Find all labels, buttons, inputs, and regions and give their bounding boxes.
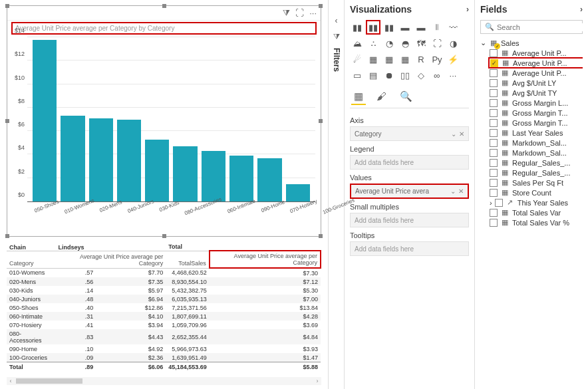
- remove-icon[interactable]: ✕: [458, 188, 464, 195]
- field-item[interactable]: ▦Last Year Sales: [490, 128, 583, 138]
- field-item[interactable]: ▦Avg $/Unit TY: [490, 88, 583, 98]
- table-node-sales[interactable]: ⌄ ▦ Sales: [480, 38, 583, 48]
- field-item[interactable]: ▦Markdown_Sal...: [490, 148, 583, 158]
- filters-pane-collapsed[interactable]: ‹ ⧩ Filters: [329, 0, 345, 389]
- field-checkbox[interactable]: [490, 129, 498, 137]
- tooltips-well[interactable]: Add data fields here: [350, 241, 469, 256]
- col-category[interactable]: Category: [7, 251, 56, 268]
- resize-handle[interactable]: [319, 4, 323, 8]
- col-aup-lindseys[interactable]: Average Unit Price average per Category: [56, 251, 166, 268]
- viz-type-icon[interactable]: ▦: [398, 52, 412, 66]
- field-item[interactable]: ▦Store Count: [490, 188, 583, 197]
- viz-type-icon[interactable]: ▦: [382, 52, 396, 66]
- viz-type-icon[interactable]: ▬: [398, 20, 412, 35]
- field-item[interactable]: ▦Average Unit P...: [490, 68, 583, 78]
- bar[interactable]: [61, 116, 84, 201]
- field-item[interactable]: ▦Avg $/Unit LY: [490, 78, 583, 88]
- resize-handle[interactable]: [162, 234, 166, 238]
- viz-type-icon[interactable]: ∞: [430, 68, 444, 82]
- bar[interactable]: [229, 156, 253, 201]
- field-checkbox[interactable]: [490, 209, 498, 217]
- bar[interactable]: [202, 151, 225, 201]
- scroll-thumb[interactable]: [16, 378, 82, 384]
- field-item[interactable]: ✓▦Average Unit P...: [488, 57, 583, 68]
- horizontal-scrollbar[interactable]: ‹ ›: [7, 377, 321, 385]
- viz-type-icon[interactable]: ▤: [366, 68, 380, 82]
- viz-type-icon[interactable]: Py: [430, 52, 444, 66]
- resize-handle[interactable]: [162, 4, 166, 8]
- viz-type-icon[interactable]: ⛰: [350, 36, 365, 51]
- small-multiples-well[interactable]: Add data fields here: [350, 213, 469, 227]
- viz-type-icon[interactable]: ⫴: [430, 20, 444, 35]
- table-row[interactable]: 070-Hosiery.41$3.941,059,709.96$3.69: [7, 321, 321, 329]
- bar[interactable]: [145, 140, 169, 202]
- viz-type-icon[interactable]: ◔: [382, 36, 396, 51]
- field-item[interactable]: ▦Gross Margin T...: [490, 118, 583, 128]
- field-checkbox[interactable]: [490, 179, 498, 187]
- viz-type-icon[interactable]: ☄: [350, 52, 365, 66]
- chevron-down-icon[interactable]: ⌄: [451, 130, 456, 138]
- field-checkbox[interactable]: [490, 49, 498, 57]
- table-row[interactable]: 050-Shoes.40$12.867,215,371.56$13.84: [7, 303, 321, 312]
- values-well[interactable]: Average Unit Price avera ⌄✕: [350, 184, 469, 199]
- bar[interactable]: [286, 184, 310, 201]
- field-item[interactable]: ▦Gross Margin T...: [490, 108, 583, 118]
- viz-type-icon[interactable]: R: [414, 52, 428, 66]
- field-checkbox[interactable]: [490, 99, 498, 107]
- field-checkbox[interactable]: [490, 159, 498, 167]
- legend-well[interactable]: Add data fields here: [350, 155, 469, 170]
- bar[interactable]: [33, 40, 57, 201]
- viz-type-icon[interactable]: ▮▮: [366, 20, 380, 35]
- resize-handle[interactable]: [319, 234, 323, 238]
- field-checkbox[interactable]: ✓: [490, 59, 498, 67]
- viz-type-icon[interactable]: ⛶: [430, 36, 444, 51]
- viz-type-icon[interactable]: ◓: [398, 36, 412, 51]
- field-checkbox[interactable]: [490, 169, 498, 177]
- col-aup-total[interactable]: Average Unit Price average per Category: [210, 251, 321, 268]
- table-row[interactable]: 030-Kids.14$5.975,432,382.75$5.30: [7, 286, 321, 295]
- remove-icon[interactable]: ✕: [459, 130, 464, 138]
- bar[interactable]: [117, 120, 141, 202]
- field-checkbox[interactable]: [490, 69, 498, 77]
- field-checkbox[interactable]: [490, 219, 498, 227]
- table-row[interactable]: 060-Intimate.31$4.101,807,699.11$4.28: [7, 312, 321, 321]
- viz-type-icon[interactable]: 🗺: [414, 36, 428, 51]
- analytics-tab-icon[interactable]: 🔍: [397, 89, 415, 105]
- viz-type-icon[interactable]: ▯▯: [398, 68, 412, 82]
- table-row[interactable]: 080-Accessories.83$4.432,652,355.44$4.84: [7, 329, 321, 344]
- table-row[interactable]: 090-Home.10$4.925,966,973.63$3.93: [7, 344, 321, 353]
- viz-type-icon[interactable]: ▮▮: [350, 20, 365, 35]
- collapse-fields-icon[interactable]: ›: [580, 5, 583, 14]
- bar[interactable]: [89, 118, 113, 201]
- field-item[interactable]: ▦Average Unit P...: [490, 48, 583, 58]
- collapse-viz-icon[interactable]: ›: [466, 5, 469, 14]
- resize-handle[interactable]: [5, 234, 9, 238]
- filter-icon[interactable]: ⧩: [283, 8, 290, 19]
- viz-type-icon[interactable]: ◑: [446, 36, 460, 51]
- field-checkbox[interactable]: [490, 189, 498, 197]
- bar[interactable]: [257, 158, 281, 201]
- field-checkbox[interactable]: [495, 199, 503, 207]
- search-input[interactable]: [497, 23, 588, 31]
- viz-type-icon[interactable]: ⏺: [382, 68, 396, 82]
- scroll-left-icon[interactable]: ‹: [7, 378, 15, 384]
- viz-type-icon[interactable]: ▬: [414, 20, 428, 35]
- field-checkbox[interactable]: [490, 119, 498, 127]
- fields-tab-icon[interactable]: ▦: [351, 89, 366, 105]
- chevron-down-icon[interactable]: ⌄: [450, 188, 456, 195]
- resize-handle[interactable]: [5, 4, 9, 8]
- viz-type-icon[interactable]: ◇: [414, 68, 428, 82]
- more-options-icon[interactable]: ···: [309, 8, 317, 18]
- field-checkbox[interactable]: [490, 109, 498, 117]
- field-checkbox[interactable]: [490, 89, 498, 97]
- axis-well[interactable]: Category ⌄✕: [350, 126, 469, 141]
- table-row[interactable]: 010-Womens.57$7.704,468,620.52$7.30: [7, 268, 321, 277]
- format-tab-icon[interactable]: 🖌: [374, 89, 389, 105]
- viz-type-icon[interactable]: 〰: [446, 20, 460, 35]
- viz-type-icon[interactable]: ⚡: [446, 52, 460, 66]
- expand-filters-icon[interactable]: ‹: [335, 16, 338, 25]
- viz-type-icon[interactable]: ⛬: [366, 36, 380, 51]
- field-item[interactable]: ▦Total Sales Var: [490, 207, 583, 217]
- field-item[interactable]: ›↗This Year Sales: [490, 197, 583, 207]
- field-item[interactable]: ▦Gross Margin L...: [490, 98, 583, 108]
